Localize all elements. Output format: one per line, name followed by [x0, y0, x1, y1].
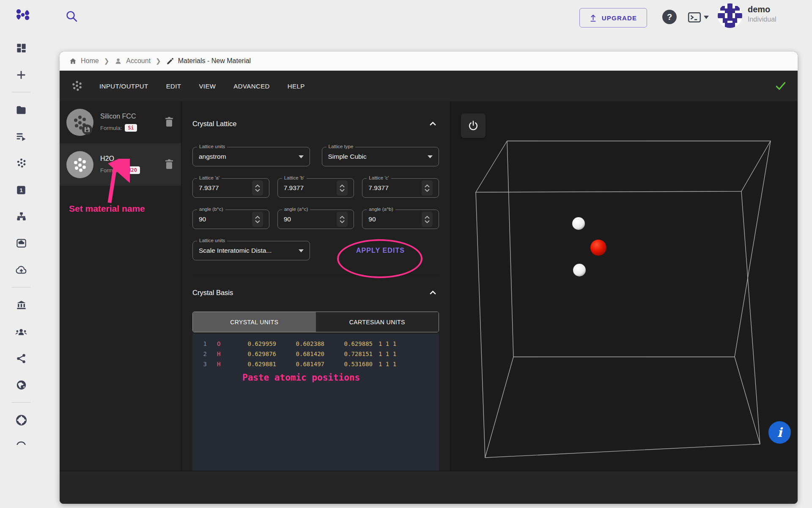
hydrogen-atom	[572, 217, 585, 230]
menubar: INPUT/OUTPUT EDIT VIEW ADVANCED HELP	[60, 71, 798, 101]
menu-advanced[interactable]: ADVANCED	[233, 83, 269, 90]
material-formula: Formula: Si	[100, 124, 157, 132]
breadcrumb-current: Materials - New Material	[166, 57, 251, 65]
basis-row: 2H0.6298760.6814200.7281511 1 1	[192, 349, 439, 359]
molecule-icon	[71, 80, 83, 92]
menu-view[interactable]: VIEW	[199, 83, 216, 90]
lattice-type-select[interactable]: Lattice type Simple Cubic	[322, 147, 439, 166]
tab-cartesian-units[interactable]: CARTESIAN UNITS	[316, 312, 439, 332]
menu-help[interactable]: HELP	[288, 83, 305, 90]
default-badge-icon	[85, 127, 90, 132]
lattice-units-scale-select[interactable]: Lattice units Scale Interatomic Dista...	[192, 241, 310, 260]
sidebar-item-dashboard[interactable]	[0, 35, 42, 61]
saved-check-icon[interactable]	[775, 80, 787, 92]
power-button[interactable]	[461, 113, 486, 138]
help-icon[interactable]: ?	[662, 10, 677, 24]
collapse-lattice-button[interactable]	[426, 117, 439, 130]
sidebar-item-more[interactable]	[0, 433, 42, 450]
content: Silicon FCC Formula: Si	[60, 101, 798, 471]
sidebar-item-organization[interactable]	[0, 292, 42, 318]
user-plan: Individual	[748, 16, 776, 23]
breadcrumb-account[interactable]: Account	[114, 57, 151, 65]
terminal-icon	[688, 12, 701, 23]
info-button[interactable]: i	[768, 421, 791, 444]
sidebar-item-support[interactable]	[0, 407, 42, 433]
lifebuoy-icon	[16, 414, 27, 426]
lattice-c-input[interactable]: Lattice 'c' 7.9377	[362, 178, 439, 198]
tab-crystal-units[interactable]: CRYSTAL UNITS	[193, 312, 316, 332]
upgrade-label: UPGRADE	[602, 14, 637, 22]
pencil-icon	[166, 57, 174, 65]
avatar[interactable]	[718, 3, 742, 28]
power-icon	[467, 120, 479, 132]
material-item-silicon-fcc[interactable]: Silicon FCC Formula: Si	[60, 101, 181, 144]
formula-chip: Si	[125, 124, 137, 132]
angle-ab-input[interactable]: angle (a^b) 90	[362, 210, 439, 229]
breadcrumb-home[interactable]: Home	[69, 57, 99, 65]
sidebar-item-bank[interactable]: 1	[0, 177, 42, 203]
folder-icon	[15, 104, 27, 116]
atomic-positions-editor[interactable]: 1O0.6299590.6023880.6298851 1 1 2H0.6298…	[192, 334, 439, 471]
terminal-menu[interactable]	[688, 12, 711, 23]
material-item-h2o[interactable]: H2O Formula: H2O	[60, 144, 181, 186]
stepper-control[interactable]	[337, 180, 348, 196]
apply-edits-button[interactable]: APPLY EDITS	[322, 247, 439, 254]
menu-input-output[interactable]: INPUT/OUTPUT	[99, 83, 148, 90]
upgrade-button[interactable]: UPGRADE	[579, 8, 647, 28]
stepper-control[interactable]	[337, 212, 348, 227]
app-logo-icon[interactable]	[14, 8, 31, 25]
chevron-down-icon	[428, 155, 433, 158]
crystal-basis-title: Crystal Basis	[192, 289, 233, 297]
lattice-units-select[interactable]: Lattice units angstrom	[192, 147, 310, 166]
sidebar-divider	[11, 287, 31, 287]
workflow-tree-icon	[16, 211, 27, 222]
sidebar-item-images[interactable]	[0, 230, 42, 257]
delete-material-button[interactable]	[164, 116, 175, 128]
sidebar-item-sharing[interactable]	[0, 345, 42, 372]
lattice-a-input[interactable]: Lattice 'a' 7.9377	[192, 178, 269, 198]
sidebar-item-jobs[interactable]	[0, 123, 42, 150]
image-cloud-icon	[16, 237, 27, 249]
angle-bc-input[interactable]: angle (b^c) 90	[192, 210, 269, 229]
people-icon	[15, 327, 27, 337]
stepper-control[interactable]	[422, 212, 433, 227]
collapse-basis-button[interactable]	[426, 286, 439, 299]
angle-ac-input[interactable]: angle (a^c) 90	[277, 210, 354, 229]
sidebar-divider	[11, 402, 31, 403]
material-formula: Formula: H2O	[100, 166, 157, 174]
3d-viewer[interactable]: i	[450, 101, 798, 471]
sidebar-item-teams[interactable]	[0, 318, 42, 345]
stepper-control[interactable]	[252, 212, 263, 227]
basis-row: 3H0.6298810.6814970.5316801 1 1	[192, 359, 439, 369]
oxygen-atom	[590, 240, 606, 256]
plus-icon	[15, 69, 27, 81]
annotation-paste-positions: Paste atomic positions	[242, 373, 360, 383]
materials-list: Silicon FCC Formula: Si	[60, 101, 181, 471]
share-icon	[16, 353, 27, 364]
globe-partial-icon	[16, 439, 27, 445]
material-name: H2O	[100, 155, 157, 163]
breadcrumb: Home ❯ Account ❯ Materials - New Materia…	[60, 52, 798, 71]
chevron-down-icon	[704, 16, 709, 19]
sidebar-item-uploads[interactable]	[0, 257, 42, 283]
search-icon[interactable]	[64, 9, 80, 25]
card-one-icon: 1	[16, 185, 27, 196]
sidebar-item-projects[interactable]	[0, 97, 42, 123]
stepper-control[interactable]	[422, 180, 433, 196]
playlist-play-icon	[15, 131, 27, 143]
molecule-icon	[16, 157, 27, 169]
menu-edit[interactable]: EDIT	[166, 83, 181, 90]
sidebar-item-create[interactable]	[0, 61, 42, 88]
user-meta[interactable]: demo Individual	[748, 5, 776, 23]
delete-material-button[interactable]	[164, 159, 175, 171]
svg-text:1: 1	[19, 187, 22, 193]
sidebar-item-workflows[interactable]	[0, 203, 42, 230]
lattice-b-input[interactable]: Lattice 'b' 7.9377	[277, 178, 354, 198]
sidebar-divider	[11, 92, 31, 92]
basis-row: 1O0.6299590.6023880.6298851 1 1	[192, 339, 439, 349]
sidebar-item-materials[interactable]	[0, 150, 42, 177]
user-name: demo	[748, 5, 776, 14]
crystal-lattice-title: Crystal Lattice	[192, 120, 237, 128]
stepper-control[interactable]	[252, 180, 263, 196]
sidebar-item-public[interactable]	[0, 372, 42, 398]
